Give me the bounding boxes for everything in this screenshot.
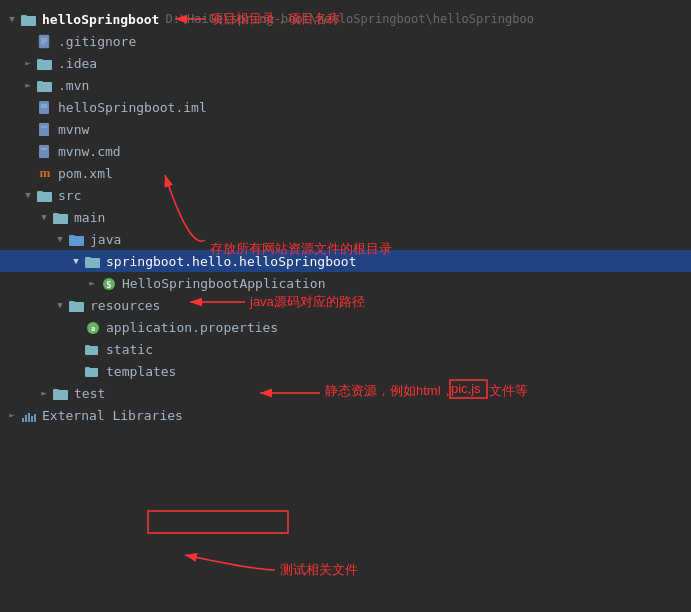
props-icon-appprops: a — [84, 319, 102, 335]
tree-item-templates[interactable]: templates — [0, 360, 691, 382]
file-icon-iml — [36, 99, 54, 115]
arrow-mvn — [20, 80, 36, 90]
tree-item-resources[interactable]: resources — [0, 294, 691, 316]
svg-rect-13 — [39, 123, 49, 136]
svg-rect-41 — [34, 414, 36, 422]
arrow-root — [4, 14, 20, 24]
springboot-pkg-label: springboot.hello.helloSpringboot — [106, 254, 356, 269]
tree-item-idea[interactable]: .idea — [0, 52, 691, 74]
svg-rect-36 — [53, 389, 59, 392]
arrow-idea — [20, 58, 36, 68]
svg-rect-32 — [85, 345, 90, 348]
tree-item-iml[interactable]: helloSpringboot.iml — [0, 96, 691, 118]
folder-icon-springboot-pkg — [84, 253, 102, 269]
root-path: D:\HaiGe\spring-boot\helloSpringboot\hel… — [165, 12, 533, 26]
svg-rect-38 — [25, 415, 27, 422]
maven-icon-pomxml: m — [36, 165, 54, 181]
svg-rect-37 — [22, 418, 24, 422]
svg-rect-24 — [85, 257, 91, 260]
arrow-main — [36, 212, 52, 222]
tree-item-hellosb-app[interactable]: S HelloSpringbootApplication — [0, 272, 691, 294]
folder-icon-resources — [68, 297, 86, 313]
idea-label: .idea — [58, 56, 97, 71]
main-label: main — [74, 210, 105, 225]
svg-rect-34 — [85, 367, 90, 370]
arrow-hellosb-app — [84, 278, 100, 288]
folder-icon-idea — [36, 55, 54, 71]
tree-item-test[interactable]: test — [0, 382, 691, 404]
arrow-src — [20, 190, 36, 200]
tree-item-ext-libraries[interactable]: External Libraries — [0, 404, 691, 426]
test-label: test — [74, 386, 105, 401]
ann5-text: 测试相关文件 — [280, 562, 358, 577]
svg-rect-7 — [37, 59, 43, 62]
file-icon-mvnw — [36, 121, 54, 137]
folder-icon-src — [36, 187, 54, 203]
mvnw-label: mvnw — [58, 122, 89, 137]
folder-icon-java — [68, 231, 86, 247]
root-label: helloSpringboot — [42, 12, 159, 27]
folder-icon-mvn — [36, 77, 54, 93]
tree-item-mvnw[interactable]: mvnw — [0, 118, 691, 140]
svg-rect-28 — [69, 301, 75, 304]
templates-label: templates — [106, 364, 176, 379]
folder-icon-root — [20, 11, 38, 27]
tree-item-springboot-pkg[interactable]: springboot.hello.helloSpringboot — [0, 250, 691, 272]
folder-icon-main — [52, 209, 70, 225]
tree-item-gitignore[interactable]: .gitignore — [0, 30, 691, 52]
svg-rect-1 — [21, 15, 27, 18]
arrow-resources — [52, 300, 68, 310]
tree-item-mvn[interactable]: .mvn — [0, 74, 691, 96]
extlib-icon — [20, 407, 38, 423]
static-label: static — [106, 342, 153, 357]
svg-text:S: S — [107, 280, 112, 289]
tree-item-appprops[interactable]: a application.properties — [0, 316, 691, 338]
mvnwcmd-label: mvnw.cmd — [58, 144, 121, 159]
spring-icon-hellosb: S — [100, 275, 118, 291]
svg-rect-39 — [28, 413, 30, 422]
file-tree: helloSpringboot D:\HaiGe\spring-boot\hel… — [0, 0, 691, 434]
pomxml-label: pom.xml — [58, 166, 113, 181]
svg-rect-15 — [39, 145, 49, 158]
svg-rect-22 — [69, 235, 75, 238]
gitignore-label: .gitignore — [58, 34, 136, 49]
resources-label: resources — [90, 298, 160, 313]
svg-rect-40 — [31, 416, 33, 422]
folder-icon-test — [52, 385, 70, 401]
tree-item-pomxml[interactable]: m pom.xml — [0, 162, 691, 184]
tree-item-mvnwcmd[interactable]: mvnw.cmd — [0, 140, 691, 162]
folder-icon-static — [84, 341, 102, 357]
arrow-springboot-pkg — [68, 256, 84, 266]
iml-label: helloSpringboot.iml — [58, 100, 207, 115]
arrow-ext-libraries — [4, 410, 20, 420]
arrow-test — [36, 388, 52, 398]
svg-rect-18 — [37, 191, 43, 194]
tree-item-root[interactable]: helloSpringboot D:\HaiGe\spring-boot\hel… — [0, 8, 691, 30]
ext-libraries-label: External Libraries — [42, 408, 183, 423]
tree-item-java[interactable]: java — [0, 228, 691, 250]
java-label: java — [90, 232, 121, 247]
mvn-label: .mvn — [58, 78, 89, 93]
file-icon-gitignore — [36, 33, 54, 49]
tree-item-main[interactable]: main — [0, 206, 691, 228]
svg-rect-20 — [53, 213, 59, 216]
tree-item-src[interactable]: src — [0, 184, 691, 206]
templates-highlight — [148, 511, 288, 533]
arrow-java — [52, 234, 68, 244]
appprops-label: application.properties — [106, 320, 278, 335]
tree-item-static[interactable]: static — [0, 338, 691, 360]
svg-text:a: a — [91, 325, 95, 333]
hellosb-app-label: HelloSpringbootApplication — [122, 276, 326, 291]
folder-icon-templates — [84, 363, 102, 379]
svg-rect-9 — [37, 81, 43, 84]
src-label: src — [58, 188, 81, 203]
file-icon-mvnwcmd — [36, 143, 54, 159]
